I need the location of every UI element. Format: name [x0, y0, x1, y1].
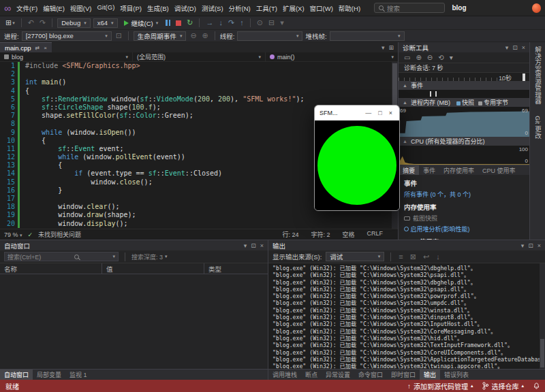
pin-icon[interactable]: ⊡: [512, 44, 518, 51]
menu-item[interactable]: 生成(B): [144, 2, 172, 14]
restart-icon[interactable]: ↻: [185, 18, 194, 27]
menu-item[interactable]: 分析(N): [226, 2, 253, 14]
minimize-icon[interactable]: —: [363, 110, 373, 116]
timeline-handle[interactable]: [523, 74, 525, 81]
close-panel-icon[interactable]: ×: [522, 44, 525, 51]
notifications-bell-icon[interactable]: [533, 382, 540, 390]
panel-tab[interactable]: 即时窗口: [387, 370, 420, 380]
lifecycle-events-dropdown[interactable]: 生命周期事件▾: [134, 31, 187, 41]
pin-icon[interactable]: ⊡: [528, 242, 533, 249]
new-tab-group-icon[interactable]: ⊞: [388, 44, 394, 51]
thread-dropdown[interactable]: ▾: [237, 31, 302, 41]
menu-item[interactable]: 测试(S): [199, 2, 226, 14]
output-log[interactable]: "blog.exe" (Win32): 已加载 "C:\Windows\Syst…: [268, 263, 545, 369]
tab-list-dropdown-icon[interactable]: ▾: [382, 44, 385, 51]
step-into-icon[interactable]: ↓: [217, 18, 224, 27]
find-in-files-icon[interactable]: ⊟: [267, 18, 276, 27]
panel-tab[interactable]: 事件: [419, 165, 439, 175]
hot-reload-icon[interactable]: ⊙: [255, 18, 264, 27]
resume-icon[interactable]: ⊕: [201, 31, 210, 40]
global-search-box[interactable]: 搜索: [374, 3, 445, 13]
sfml-app-window[interactable]: SFM... — □ ×: [314, 105, 400, 211]
panel-tab[interactable]: 局部变量: [33, 370, 65, 380]
suspend-icon[interactable]: ⊖: [189, 31, 198, 40]
output-source-dropdown[interactable]: 调试▾: [326, 252, 384, 261]
menu-item[interactable]: 扩展(X): [280, 2, 307, 14]
word-wrap-icon[interactable]: ↩: [422, 252, 431, 261]
more-commands-icon[interactable]: ▾: [279, 18, 285, 27]
pin-icon[interactable]: ⊡: [251, 242, 256, 249]
panel-tab[interactable]: 自动窗口: [0, 370, 33, 380]
scope-dropdown[interactable]: (全局范围) ▾: [133, 52, 266, 61]
health-indicator-icon[interactable]: ✓: [28, 231, 33, 238]
close-panel-icon[interactable]: ×: [538, 242, 541, 249]
panel-tab[interactable]: 异常设置: [322, 370, 354, 380]
process-snapshot-icon[interactable]: ⊡: [114, 31, 123, 40]
panel-tab[interactable]: 监视 1: [65, 370, 91, 380]
panel-tab[interactable]: 命令窗口: [354, 370, 387, 380]
enable-heap-link[interactable]: 启用堆分析(影响性能): [404, 225, 524, 233]
panel-tab[interactable]: 调用堆栈: [268, 370, 301, 380]
panel-tab[interactable]: 输出: [420, 370, 440, 380]
stop-debugging-icon[interactable]: [174, 20, 183, 27]
window-position-icon[interactable]: ▾: [244, 242, 247, 249]
sfml-title-bar[interactable]: SFM... — □ ×: [315, 105, 399, 120]
zoom-out-icon[interactable]: ⊖: [427, 54, 433, 61]
take-snapshot-button[interactable]: 截图快照: [404, 214, 524, 223]
menu-item[interactable]: 窗口(W): [307, 2, 336, 14]
configuration-dropdown[interactable]: Debug▾: [57, 18, 91, 28]
show-next-statement-icon[interactable]: →: [204, 18, 215, 27]
stack-frame-dropdown[interactable]: ▾: [330, 31, 405, 41]
cpu-chart[interactable]: 100 0: [399, 146, 529, 165]
account-avatar[interactable]: [532, 3, 541, 13]
find-message-icon[interactable]: ≡: [397, 252, 404, 261]
close-panel-icon[interactable]: ×: [260, 242, 264, 249]
zoom-in-icon[interactable]: ⊕: [416, 54, 421, 61]
docked-panel-vertical-tab[interactable]: Git 更改: [533, 116, 542, 139]
output-scrollbar[interactable]: [540, 263, 545, 369]
step-over-icon[interactable]: ↷: [227, 18, 236, 27]
autos-search-input[interactable]: 搜索(Ctrl+E) ▾: [4, 252, 119, 261]
menu-item[interactable]: 工具(T): [253, 2, 280, 14]
line-indicator[interactable]: 行: 24: [282, 230, 298, 239]
clear-all-icon[interactable]: ⊠: [409, 252, 418, 261]
timeline-ruler[interactable]: 10秒: [399, 72, 529, 81]
keep-open-icon[interactable]: ⇄: [35, 45, 40, 51]
close-tab-icon[interactable]: ×: [44, 45, 47, 51]
continue-button[interactable]: 继续(C) ▾: [121, 18, 162, 28]
menu-item[interactable]: 帮助(H): [336, 2, 363, 14]
panel-tab[interactable]: 错误列表: [440, 370, 473, 380]
tab-main-cpp[interactable]: main.cpp ⇄ ×: [0, 42, 52, 52]
redo-icon[interactable]: ↷: [38, 18, 47, 27]
select-repository-button[interactable]: 选择仓库 ▴: [482, 381, 524, 391]
menu-item[interactable]: 视图(V): [67, 2, 95, 14]
column-indicator[interactable]: 字符: 2: [311, 230, 330, 239]
docked-panel-vertical-tab[interactable]: 解决方案资源管理器: [533, 46, 542, 105]
toggle-autoscroll-icon[interactable]: ↓: [435, 252, 441, 261]
process-dropdown[interactable]: [27700] blog.exe▾: [22, 31, 112, 41]
window-position-icon[interactable]: ▾: [521, 242, 525, 249]
project-dropdown[interactable]: blog ▾: [0, 52, 133, 61]
menu-item[interactable]: 编辑(E): [40, 2, 67, 14]
step-out-icon[interactable]: ↑: [238, 18, 245, 27]
panel-tab[interactable]: 摘要: [399, 165, 419, 175]
break-all-icon[interactable]: [164, 19, 172, 27]
menu-item[interactable]: 文件(F): [14, 2, 40, 14]
add-item-icon[interactable]: ⊞▾: [4, 18, 16, 27]
undo-icon[interactable]: ↶: [27, 18, 35, 27]
reset-view-icon[interactable]: ⟲: [438, 54, 443, 61]
event-marker[interactable]: [435, 91, 437, 97]
member-dropdown[interactable]: main() ▾: [266, 52, 398, 61]
all-events-link[interactable]: 所有事件 (0 个，共 0 个): [404, 190, 524, 199]
select-tool-icon[interactable]: ▭: [404, 54, 410, 61]
memory-section-header[interactable]: ▲进程内存 (MB) 快照 专用字节: [399, 98, 529, 107]
platform-dropdown[interactable]: x64▾: [93, 18, 118, 28]
add-to-source-control-button[interactable]: ↑ 添加到源代码管理 ▴: [407, 381, 473, 391]
menu-item[interactable]: 调试(D): [172, 2, 199, 14]
settings-icon[interactable]: ▾: [450, 54, 453, 61]
search-depth-control[interactable]: 搜索深度: 3▾: [131, 252, 168, 261]
eol-indicator[interactable]: CRLF: [367, 230, 383, 239]
panel-tab[interactable]: CPU 使用率: [478, 165, 520, 175]
column-name[interactable]: 名称: [0, 263, 102, 274]
zoom-control[interactable]: 79 % ▾: [4, 231, 22, 238]
